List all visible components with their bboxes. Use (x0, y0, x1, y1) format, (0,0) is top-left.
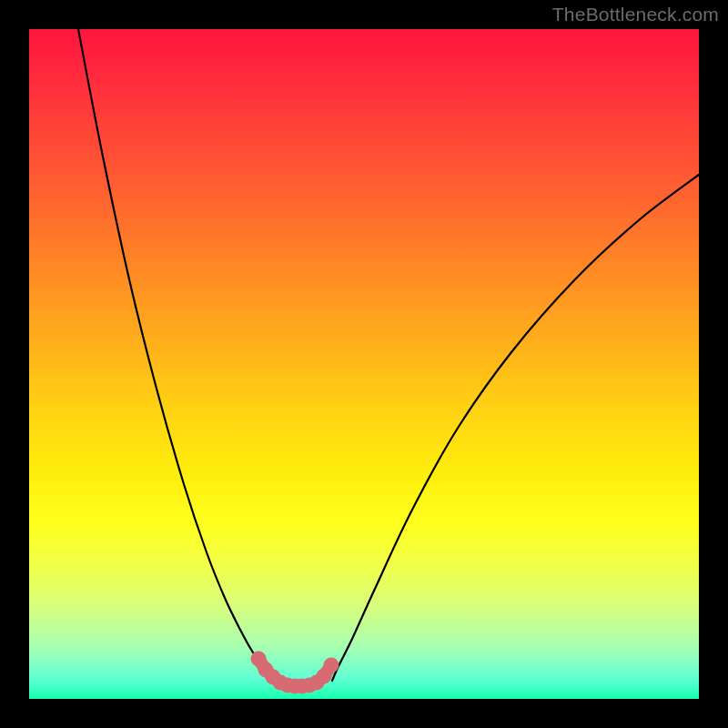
curve-right (332, 175, 699, 681)
watermark-text: TheBottleneck.com (552, 4, 719, 25)
marker-dots (251, 652, 339, 694)
marker-dot (324, 658, 339, 673)
plot-area (29, 29, 699, 699)
curve-left (78, 29, 279, 681)
chart-frame: TheBottleneck.com (0, 0, 728, 728)
chart-svg (29, 29, 699, 699)
